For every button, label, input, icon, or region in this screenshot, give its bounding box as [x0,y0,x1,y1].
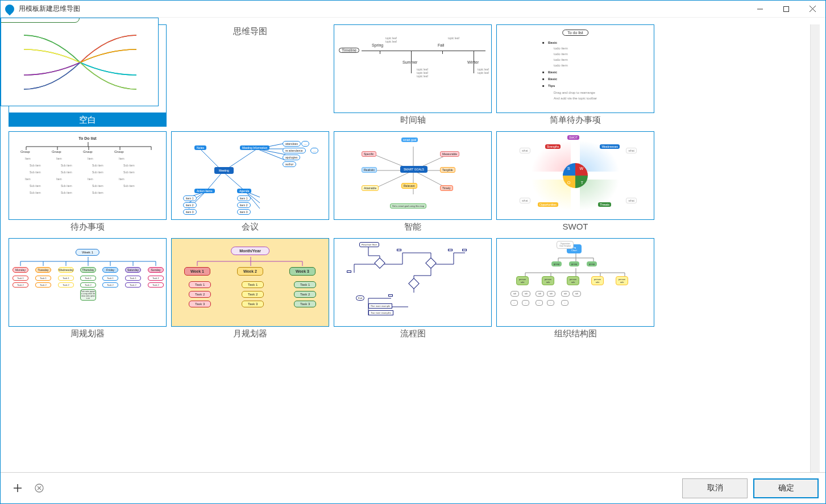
template-flowchart-thumb: Flowchart Start End One more example Two… [334,238,492,327]
vertical-scrollbar[interactable] [810,24,820,472]
dialog-footer: 取消 确定 [1,472,825,503]
template-week-planner[interactable]: Week 1 Monday Task 1Task 2 Tuesday Task … [9,238,167,340]
dialog-window: 用模板新建思维导图 空白 Central [0,0,826,504]
template-flowchart-label: 流程图 [334,327,492,340]
close-icon [810,6,816,12]
template-mindmap-label: 思维导图 [171,24,329,38]
template-grid: 空白 Central theme 思维导图 Timeline Spring Su… [9,24,810,472]
template-intel-thumb: smart goal SMART GOALS Specific Realisti… [334,131,492,220]
template-swot-label: SWOT [496,220,654,234]
template-month-planner-label: 月规划器 [171,327,329,340]
template-flowchart[interactable]: Flowchart Start End One more example Two… [334,238,492,340]
cancel-button[interactable]: 取消 [682,478,748,498]
template-orgchart-label: 组织结构图 [496,327,654,340]
maximize-button[interactable] [773,1,799,18]
template-orgchart[interactable]: OrgChart group group group personrole pe… [496,238,654,340]
template-simple-todo-thumb: To do list ■Basic todo itemtodo itemtodo… [496,24,654,113]
maximize-icon [783,6,789,12]
template-intel[interactable]: smart goal SMART GOALS Specific Realisti… [334,131,492,234]
template-todo[interactable]: To Do list GroupItemSub itemSub itemItem… [9,131,167,234]
titlebar: 用模板新建思维导图 [1,1,825,18]
ok-button[interactable]: 确定 [753,478,819,498]
close-button[interactable] [799,1,825,18]
template-todo-label: 待办事项 [9,220,167,234]
template-simple-todo[interactable]: To do list ■Basic todo itemtodo itemtodo… [496,24,654,127]
template-swot[interactable]: SWOT Strengths Weaknesses Opportunities … [496,131,654,234]
minimize-button[interactable] [747,1,773,18]
template-meeting-thumb: Meeting Notes Meeting Information Action… [171,131,329,220]
mindmap-center-node: Central theme [1,18,80,23]
window-title: 用模板新建思维导图 [19,4,747,14]
template-meeting-label: 会议 [171,220,329,234]
template-blank-label: 空白 [9,113,167,127]
app-icon [3,2,16,15]
minimize-icon [757,6,763,12]
add-template-button[interactable] [12,482,23,494]
content-area: 空白 Central theme 思维导图 Timeline Spring Su… [1,18,825,472]
template-meeting[interactable]: Meeting Notes Meeting Information Action… [171,131,329,234]
template-orgchart-thumb: OrgChart group group group personrole pe… [496,238,654,327]
delete-circle-icon [35,484,44,493]
template-week-planner-thumb: Week 1 Monday Task 1Task 2 Tuesday Task … [9,238,167,327]
window-controls [747,1,825,18]
template-swot-thumb: SWOT Strengths Weaknesses Opportunities … [496,131,654,220]
plus-icon [13,484,22,493]
delete-template-button[interactable] [34,482,45,494]
template-mindmap[interactable]: Central theme 思维导图 [171,24,329,127]
template-todo-thumb: To Do list GroupItemSub itemSub itemItem… [9,131,167,220]
svg-rect-1 [784,6,789,11]
template-timeline-thumb: Timeline Spring Summer Fall Winter topic… [334,24,492,113]
template-intel-label: 智能 [334,220,492,234]
template-mindmap-thumb: Central theme [1,18,159,106]
template-month-planner-thumb: Month/Year Week 1 Task 1Task 2Task 3 Wee… [171,238,329,327]
template-simple-todo-label: 简单待办事项 [496,113,654,127]
template-timeline-label: 时间轴 [334,113,492,127]
template-month-planner[interactable]: Month/Year Week 1 Task 1Task 2Task 3 Wee… [171,238,329,340]
template-timeline[interactable]: Timeline Spring Summer Fall Winter topic… [334,24,492,127]
template-week-planner-label: 周规划器 [9,327,167,340]
